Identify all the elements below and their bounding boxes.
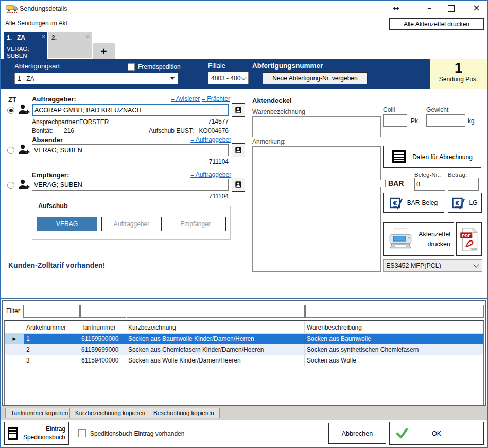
cell-kurzbezeichnung[interactable]: Socken aus Baumwolle Kinder/Damen/Herren — [126, 334, 305, 344]
absender-radio[interactable] — [7, 147, 14, 154]
aktendeckel-title: Aktendeckel — [252, 97, 292, 105]
col-kurzbezeichnung[interactable]: Kurzbezeichnung — [126, 321, 305, 334]
aufschub-empfaenger-button[interactable]: Empfänger — [165, 217, 226, 231]
printer-icon — [387, 228, 414, 251]
aufschub-verag-button[interactable]: VERAG — [37, 217, 97, 231]
eintrag-speditionsbuch-button[interactable]: EintragSpeditionsbuch — [4, 422, 69, 445]
add-person-icon[interactable] — [18, 143, 30, 158]
beleg-nr-input[interactable] — [414, 178, 445, 191]
warenbezeichnung-textarea[interactable] — [252, 116, 381, 137]
minimize-button[interactable]: – — [424, 2, 434, 13]
tab2-close-icon[interactable]: × — [86, 33, 90, 40]
neue-abfertigungsnr-button[interactable]: Neue Abfertigung-Nr. vergeben — [263, 72, 368, 84]
aktenzettel-drucken-button[interactable]: Aktenzetteldrucken — [383, 222, 454, 256]
cell-warenbeschreibung[interactable]: Socken aus synthetischen Chemiefasern — [305, 344, 483, 355]
cell-tarifnummer[interactable]: 61159400000 — [79, 355, 126, 366]
close-button[interactable]: × — [469, 2, 483, 13]
tab-shipment-1[interactable]: 1. ZA × VERAG; SUBEN — [4, 32, 47, 59]
printer-value: ES3452 MFP(PCL) — [386, 262, 474, 269]
empfaenger-address-button[interactable] — [232, 178, 245, 192]
empfaenger-radio[interactable] — [7, 182, 14, 189]
cell-artikelnummer[interactable]: 2 — [24, 344, 79, 355]
cell-tarifnummer[interactable]: 61159699000 — [79, 344, 126, 355]
col-tarifnummer[interactable]: Tarifnummer — [79, 321, 126, 334]
avisierer-link[interactable]: = Avisierer — [171, 95, 200, 102]
tab1-close-icon[interactable]: × — [42, 33, 45, 40]
fremdspedition-checkbox[interactable] — [128, 63, 135, 71]
copy-beschreibung-button[interactable]: Beschreibung kopieren — [148, 408, 220, 418]
cell-artikelnummer[interactable]: 3 — [24, 355, 79, 366]
lg-button[interactable]: € LG — [448, 193, 482, 213]
row-selector-cell[interactable] — [5, 355, 24, 366]
add-person-icon[interactable] — [18, 103, 30, 118]
empfaenger-auftraggeber-link[interactable]: = Auftraggeber — [190, 171, 231, 178]
add-shipment-button[interactable]: + — [93, 43, 115, 60]
auftraggeber-radio[interactable] — [7, 107, 14, 114]
dropdown-arrow-icon — [170, 77, 175, 80]
tab2-index: 2. — [51, 34, 57, 41]
app-truck-icon — [6, 4, 19, 15]
colli-input[interactable] — [383, 114, 407, 127]
row-marker-icon[interactable]: ▶ — [5, 334, 24, 344]
tab-shipment-2[interactable]: 2. × — [48, 32, 92, 58]
filter-label: Filter: — [6, 307, 22, 315]
pdf-icon: PDF Adobe — [460, 228, 478, 251]
sendungsdetails-window: Sendungsdetails ↔ – × Alle Sendungen im … — [0, 0, 488, 448]
col-warenbeschreibung[interactable]: Warenbeschreibung — [305, 321, 483, 334]
svg-text:€: € — [456, 199, 460, 207]
warenbezeichnung-label: Warenbezeichnung — [252, 108, 305, 115]
bar-checkbox[interactable] — [378, 180, 386, 187]
betrag-label: Betrag: — [448, 171, 467, 178]
col-artikelnummer[interactable]: Artikelnummer — [24, 321, 79, 334]
filiale-label: Filiale — [208, 62, 225, 70]
daten-abrechnung-button[interactable]: Daten für Abrechnung — [383, 146, 481, 168]
filter-warenbeschreibung-input[interactable] — [305, 305, 484, 318]
list-icon — [8, 427, 18, 440]
aufschub-auftraggeber-button[interactable]: Auftraggeber — [101, 217, 162, 231]
abfertigungsart-select[interactable]: 1 - ZA — [14, 73, 178, 84]
tab1-line2: VERAG; — [7, 46, 29, 52]
print-all-aktenzettel-button[interactable]: Alle Aktenzettel drucken — [389, 18, 484, 30]
euro-pen-icon: € — [390, 196, 403, 210]
svg-text:€: € — [393, 199, 397, 207]
cell-warenbeschreibung[interactable]: Socken aus Wolle — [305, 355, 483, 366]
printer-select[interactable]: ES3452 MFP(PCL) — [383, 259, 482, 272]
filiale-select[interactable]: 4803 - 480 — [208, 72, 249, 84]
filter-tarifnummer-input[interactable] — [80, 305, 126, 318]
aufschub-group: Aufschub VERAG Auftraggeber Empfänger — [32, 206, 231, 240]
copy-tarifnummer-button[interactable]: Tarifnummer kopieren — [5, 408, 74, 418]
absender-input[interactable] — [32, 144, 229, 156]
cell-kurzbezeichnung[interactable]: Socken aus Wolle Kinder/Damen/Heeren — [126, 355, 305, 366]
maximize-button[interactable] — [448, 5, 455, 12]
positions-table: Artikelnummer Tarifnummer Kurzbezeichnun… — [5, 321, 483, 366]
fraechter-link[interactable]: = Frächter — [202, 95, 230, 102]
aktenzettel-label: Aktenzetteldrucken — [419, 230, 450, 248]
bar-beleg-label: BAR-Beleg — [407, 199, 438, 206]
copy-kurzbezeichnung-button[interactable]: Kurzbezeichnung kopieren — [69, 408, 151, 418]
filter-artikelnummer-input[interactable] — [23, 305, 80, 318]
chevron-down-icon — [240, 74, 246, 80]
gewicht-input[interactable] — [426, 114, 465, 127]
empfaenger-input[interactable] — [32, 179, 229, 191]
cell-artikelnummer[interactable]: 1 — [24, 334, 79, 344]
betrag-input[interactable] — [448, 178, 479, 191]
auftraggeber-address-button[interactable] — [232, 103, 245, 117]
add-person-icon[interactable] — [18, 178, 30, 193]
absender-auftraggeber-link[interactable]: = Auftraggeber — [190, 136, 231, 143]
cell-warenbeschreibung[interactable]: Socken aus Baumwolle — [305, 334, 483, 344]
ok-button[interactable]: OK — [389, 422, 484, 445]
sendung-count-box: 1 Sendung Pos. — [430, 59, 487, 89]
absender-address-button[interactable] — [232, 143, 245, 157]
gewicht-label: Gewicht — [426, 106, 448, 113]
anmerkung-textarea[interactable] — [252, 146, 381, 272]
row-selector-cell[interactable] — [5, 344, 24, 355]
speditionsbuch-checkbox[interactable] — [78, 429, 86, 437]
resize-icon[interactable]: ↔ — [390, 3, 403, 13]
pdf-export-button[interactable]: PDF Adobe — [456, 222, 482, 256]
cell-kurzbezeichnung[interactable]: Socken aus Chemiefasern Kinder/Damen/Hee… — [126, 344, 305, 355]
auftraggeber-input[interactable] — [32, 104, 229, 116]
bar-beleg-button[interactable]: € BAR-Beleg — [383, 193, 444, 213]
filter-kurzbezeichnung-input[interactable] — [127, 305, 305, 318]
cell-tarifnummer[interactable]: 61159500000 — [79, 334, 126, 344]
cancel-button[interactable]: Abbrechen — [328, 423, 386, 444]
